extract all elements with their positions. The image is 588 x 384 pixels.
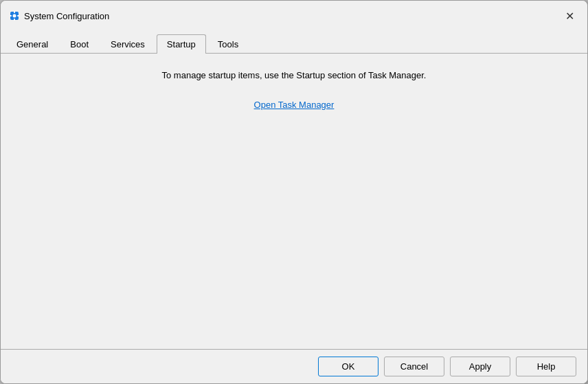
link-container: Open Task Manager [23, 100, 565, 110]
help-button[interactable]: Help [516, 357, 576, 376]
close-button[interactable]: ✕ [560, 6, 579, 25]
svg-rect-4 [10, 15, 12, 16]
tab-tools[interactable]: Tools [207, 34, 249, 54]
gear-icon [9, 10, 20, 21]
svg-rect-2 [14, 11, 15, 13]
tab-boot[interactable]: Boot [60, 34, 99, 54]
tab-general[interactable]: General [6, 34, 58, 54]
svg-point-1 [13, 14, 16, 18]
bottom-bar: OK Cancel Apply Help [1, 349, 587, 383]
title-bar-left: System Configuration [9, 10, 109, 21]
dialog-title: System Configuration [24, 11, 109, 21]
content-area: To manage startup items, use the Startup… [1, 54, 587, 349]
tab-startup[interactable]: Startup [157, 34, 206, 54]
ok-button[interactable]: OK [318, 357, 378, 376]
open-task-manager-link[interactable]: Open Task Manager [254, 100, 335, 110]
startup-description: To manage startup items, use the Startup… [23, 70, 565, 80]
apply-button[interactable]: Apply [450, 357, 510, 376]
title-bar: System Configuration ✕ [1, 1, 587, 31]
system-configuration-dialog: System Configuration ✕ General Boot Serv… [0, 0, 588, 384]
cancel-button[interactable]: Cancel [384, 357, 444, 376]
tab-services[interactable]: Services [100, 34, 155, 54]
svg-rect-3 [14, 19, 15, 21]
tab-bar: General Boot Services Startup Tools [1, 31, 587, 54]
svg-rect-5 [17, 15, 19, 16]
